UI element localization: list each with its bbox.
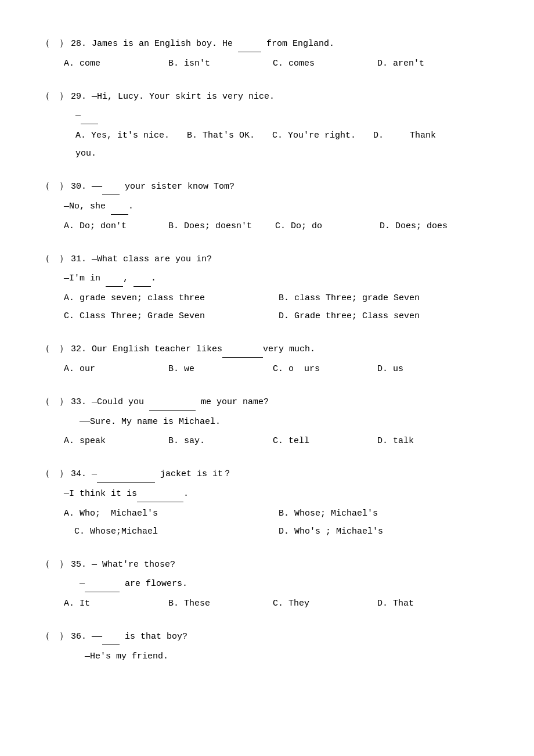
question-30: （ ） 30. —— your sister know Tom? —No, sh… — [41, 178, 493, 234]
q35-option-d: D. That — [377, 596, 459, 611]
q33-stem: （ ） 33. —Could you me your name? — [41, 393, 493, 411]
q34-stem: （ ） 34. — jacket is it？ — [41, 465, 493, 483]
q35-stem: （ ） 35. — What're those? — [41, 556, 493, 573]
q35-option-a: A. It — [64, 596, 145, 611]
q34-option-b: B. Whose; Michael's — [279, 506, 493, 521]
q32-option-a: A. our — [64, 361, 145, 377]
question-35: （ ） 35. — What're those? — are flowers. … — [41, 556, 493, 611]
q30-stem: （ ） 30. —— your sister know Tom? — [41, 178, 493, 195]
q33-option-b: B. say. — [168, 433, 250, 449]
q31-sub: —I'm in , . — [64, 271, 493, 287]
q32-option-b: B. we — [168, 361, 250, 377]
q35-option-b: B. These — [168, 596, 250, 611]
q36-stem: （ ） 36. —— is that boy? — [41, 628, 493, 645]
q34-option-a: A. Who; Michael's — [64, 506, 279, 521]
q34-option-d: D. Who's ; Michael's — [279, 524, 493, 539]
q31-option-d: D. Grade three; Class seven — [279, 308, 493, 324]
q29-sub: — — [75, 108, 493, 124]
q30-option-c: C. Do; do — [275, 218, 356, 234]
q28-options: A. come B. isn't C. comes D. aren't — [64, 56, 493, 71]
q31-option-c: C. Class Three; Grade Seven — [64, 308, 279, 324]
q36-sub: —He's my friend. — [64, 649, 493, 664]
q29-options: A. Yes, it's nice. B. That's OK. C. You'… — [75, 128, 493, 161]
q28-option-c: C. comes — [273, 56, 354, 71]
q29-option-c: C. You're right. — [272, 128, 356, 143]
q32-option-c: C. o urs — [273, 361, 354, 377]
q28-option-a: A. come — [64, 56, 145, 71]
q30-sub: —No, she . — [64, 199, 493, 215]
question-32: （ ） 32. Our English teacher likes very m… — [41, 340, 493, 377]
q31-stem: （ ） 31. —What class are you in? — [41, 250, 493, 267]
question-36: （ ） 36. —— is that boy? —He's my friend. — [41, 628, 493, 664]
q35-option-c: C. They — [273, 596, 354, 611]
q33-sub: ——Sure. My name is Michael. — [64, 414, 493, 430]
question-29: （ ） 29. —Hi, Lucy. Your skirt is very ni… — [41, 88, 493, 161]
q28-option-b: B. isn't — [168, 56, 250, 71]
q30-option-b: B. Does; doesn't — [168, 218, 252, 234]
q33-option-a: A. speak — [64, 433, 145, 449]
question-31: （ ） 31. —What class are you in? —I'm in … — [41, 250, 493, 324]
q35-sub: — are flowers. — [64, 576, 493, 592]
q30-options: A. Do; don't B. Does; doesn't C. Do; do … — [64, 218, 493, 234]
q31-option-a: A. grade seven; class three — [64, 290, 279, 306]
q34-options: A. Who; Michael's B. Whose; Michael's C.… — [64, 506, 493, 539]
q32-stem: （ ） 32. Our English teacher likes very m… — [41, 340, 493, 358]
q32-option-d: D. us — [377, 361, 459, 377]
q34-sub: —I think it is . — [64, 486, 493, 502]
question-34: （ ） 34. — jacket is it？ —I think it is .… — [41, 465, 493, 539]
q34-option-c: C. Whose;Michael — [64, 524, 279, 539]
q31-option-b: B. class Three; grade Seven — [279, 290, 493, 306]
q29-option-d: D. Thank — [373, 128, 436, 143]
q30-option-a: A. Do; don't — [64, 218, 145, 234]
q29-option-a: A. Yes, it's nice. — [75, 128, 169, 143]
q28-stem: （ ） 28. James is an English boy. He from… — [41, 35, 493, 52]
q29-option-b: B. That's OK. — [187, 128, 255, 143]
q30-option-d: D. Does; does — [380, 218, 461, 234]
q33-option-d: D. talk — [377, 433, 459, 449]
q32-options: A. our B. we C. o urs D. us — [64, 361, 493, 377]
q29-stem: （ ） 29. —Hi, Lucy. Your skirt is very ni… — [41, 88, 493, 105]
question-28: （ ） 28. James is an English boy. He from… — [41, 35, 493, 71]
q35-options: A. It B. These C. They D. That — [64, 596, 493, 611]
q33-option-c: C. tell — [273, 433, 354, 449]
q28-option-d: D. aren't — [377, 56, 459, 71]
q31-options: A. grade seven; class three B. class Thr… — [64, 290, 493, 324]
q33-options: A. speak B. say. C. tell D. talk — [64, 433, 493, 449]
question-33: （ ） 33. —Could you me your name? ——Sure.… — [41, 393, 493, 449]
